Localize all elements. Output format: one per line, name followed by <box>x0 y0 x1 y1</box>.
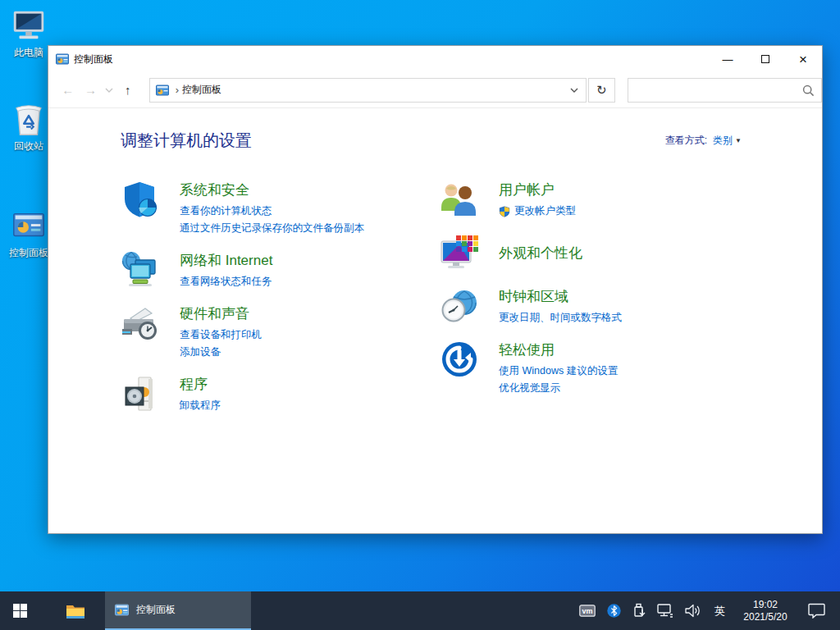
control-panel-icon <box>10 207 48 244</box>
tray-date: 2021/5/20 <box>733 611 798 623</box>
appearance-personalization-icon[interactable] <box>440 233 479 272</box>
chevron-down-icon <box>105 88 113 93</box>
programs-icon[interactable] <box>121 374 160 413</box>
vmware-tray-button[interactable]: vm <box>573 591 601 630</box>
category-link[interactable]: 使用 Windows 建议的设置 <box>499 363 618 380</box>
recent-locations-button[interactable] <box>102 88 116 93</box>
file-explorer-button[interactable] <box>56 591 95 630</box>
page-title: 调整计算机的设置 <box>121 130 252 152</box>
user-accounts-icon[interactable] <box>440 180 479 219</box>
network-tray-button[interactable] <box>651 591 679 630</box>
category-ease-of-access: 轻松使用 使用 Windows 建议的设置 优化视觉显示 <box>440 340 822 397</box>
category-link[interactable]: 优化视觉显示 <box>499 380 618 397</box>
hardware-sound-icon[interactable] <box>121 304 160 343</box>
category-title[interactable]: 用户帐户 <box>499 180 576 200</box>
file-explorer-icon <box>66 603 85 619</box>
category-appearance-personalization: 外观和个性化 <box>440 233 822 273</box>
minimize-button[interactable]: — <box>709 46 746 72</box>
category-title[interactable]: 系统和安全 <box>180 180 364 200</box>
back-icon: ← <box>62 83 74 97</box>
search-box[interactable] <box>628 78 822 103</box>
clock-region-icon[interactable] <box>440 286 479 326</box>
forward-icon: → <box>84 83 97 97</box>
taskbar-task-label: 控制面板 <box>136 603 176 617</box>
category-link-label: 更改帐户类型 <box>514 203 576 220</box>
category-title[interactable]: 时钟和区域 <box>499 287 622 307</box>
view-by-control: 查看方式: 类别 ▼ <box>665 134 742 148</box>
category-title[interactable]: 网络和 Internet <box>180 251 272 271</box>
refresh-button[interactable]: ↻ <box>588 78 616 103</box>
minimize-icon: — <box>723 53 733 66</box>
taskbar-control-panel-icon <box>115 603 129 617</box>
category-link[interactable]: 查看设备和打印机 <box>180 326 262 344</box>
view-by-caret-icon[interactable]: ▼ <box>735 137 742 144</box>
category-title[interactable]: 轻松使用 <box>499 340 618 360</box>
search-icon <box>802 84 815 97</box>
network-internet-icon[interactable] <box>121 250 160 290</box>
up-button[interactable]: ↑ <box>116 83 139 97</box>
recycle-bin-icon <box>10 100 48 138</box>
back-button[interactable]: ← <box>57 83 80 97</box>
taskbar-clock[interactable]: 19:02 2021/5/20 <box>733 599 798 623</box>
vmware-icon: vm <box>579 605 596 617</box>
view-by-value[interactable]: 类别 <box>713 134 733 148</box>
breadcrumb-chevron: › <box>176 84 179 96</box>
bluetooth-icon <box>607 604 621 618</box>
category-link[interactable]: 更改帐户类型 <box>499 203 576 220</box>
volume-icon <box>685 604 701 618</box>
breadcrumb-item[interactable]: 控制面板 <box>182 83 221 97</box>
breadcrumb-control-panel-icon <box>156 84 169 97</box>
window-control-panel-icon <box>56 52 69 66</box>
title-bar[interactable]: 控制面板 — × <box>48 46 822 72</box>
category-link[interactable]: 查看网络状态和任务 <box>180 273 272 290</box>
category-link[interactable]: 查看你的计算机状态 <box>180 203 364 220</box>
chevron-down-icon <box>570 88 578 93</box>
ime-language-button[interactable]: 英 <box>707 591 733 630</box>
uac-shield-icon <box>499 206 510 217</box>
category-network-internet: 网络和 Internet 查看网络状态和任务 <box>121 250 440 290</box>
category-user-accounts: 用户帐户 更改帐户类型 <box>440 180 822 220</box>
ease-of-access-icon[interactable] <box>440 340 479 379</box>
close-button[interactable]: × <box>784 46 822 72</box>
category-hardware-sound: 硬件和声音 查看设备和打印机 添加设备 <box>121 304 440 361</box>
address-dropdown-button[interactable] <box>563 79 586 102</box>
window-title: 控制面板 <box>74 52 113 66</box>
close-icon: × <box>799 52 807 66</box>
category-column-left: 系统和安全 查看你的计算机状态 通过文件历史记录保存你的文件备份副本 <box>121 180 440 427</box>
main-content: 调整计算机的设置 查看方式: 类别 ▼ <box>48 108 822 533</box>
category-link[interactable]: 添加设备 <box>180 344 262 361</box>
usb-tray-button[interactable] <box>627 591 651 630</box>
action-center-icon <box>808 603 825 619</box>
system-security-icon[interactable] <box>121 180 160 219</box>
tray-time: 19:02 <box>733 599 798 611</box>
network-icon <box>657 604 673 618</box>
category-programs: 程序 卸载程序 <box>121 374 440 414</box>
control-panel-window: 控制面板 — × ← → ↑ › 控制面板 <box>48 45 823 534</box>
view-by-label: 查看方式: <box>665 134 707 148</box>
forward-button[interactable]: → <box>80 83 103 97</box>
category-link[interactable]: 通过文件历史记录保存你的文件备份副本 <box>180 220 364 237</box>
volume-tray-button[interactable] <box>679 591 707 630</box>
search-input[interactable] <box>628 79 821 102</box>
refresh-icon: ↻ <box>596 83 607 98</box>
this-pc-icon <box>10 7 48 44</box>
bluetooth-tray-button[interactable] <box>601 591 627 630</box>
taskbar-task-control-panel[interactable]: 控制面板 <box>105 591 251 630</box>
category-column-right: 用户帐户 更改帐户类型 <box>440 180 822 427</box>
category-link[interactable]: 卸载程序 <box>180 397 221 414</box>
category-title[interactable]: 程序 <box>180 375 221 395</box>
category-clock-region: 时钟和区域 更改日期、时间或数字格式 <box>440 286 822 326</box>
action-center-button[interactable] <box>798 591 835 630</box>
category-title[interactable]: 外观和个性化 <box>499 234 582 273</box>
category-title[interactable]: 硬件和声音 <box>180 304 262 324</box>
maximize-button[interactable] <box>746 46 784 72</box>
category-link[interactable]: 更改日期、时间或数字格式 <box>499 309 622 326</box>
category-system-security: 系统和安全 查看你的计算机状态 通过文件历史记录保存你的文件备份副本 <box>121 180 440 237</box>
svg-text:vm: vm <box>582 607 592 615</box>
windows-logo-icon <box>13 604 27 618</box>
navigation-bar: ← → ↑ › 控制面板 ↻ <box>48 72 822 108</box>
taskbar: 控制面板 vm <box>0 591 840 630</box>
start-button[interactable] <box>0 591 39 630</box>
usb-icon <box>632 603 646 619</box>
address-bar[interactable]: › 控制面板 <box>149 78 587 103</box>
